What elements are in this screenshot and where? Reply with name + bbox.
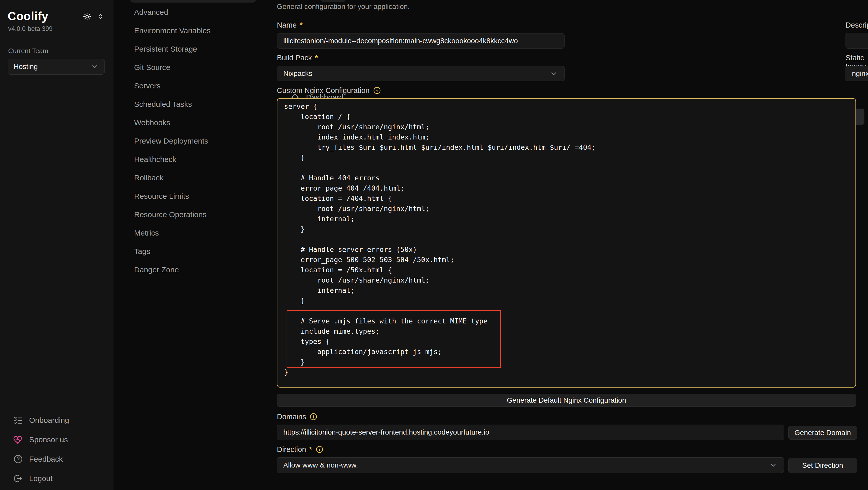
static-image-value: nginx:alpine bbox=[852, 69, 868, 78]
chevron-down-icon bbox=[90, 62, 99, 71]
sidebar: Coolify v4.0.0-beta.399 Current Team Hos… bbox=[0, 0, 114, 490]
settings-nav-environment-variables[interactable]: Environment Variables bbox=[114, 22, 267, 40]
settings-nav-persistent-storage[interactable]: Persistent Storage bbox=[114, 40, 267, 58]
settings-nav-scheduled-tasks[interactable]: Scheduled Tasks bbox=[114, 95, 267, 114]
description-input[interactable] bbox=[845, 33, 868, 49]
settings-nav-preview-deployments[interactable]: Preview Deployments bbox=[114, 132, 267, 150]
settings-nav-tags[interactable]: Tags bbox=[114, 242, 267, 261]
settings-nav-metrics[interactable]: Metrics bbox=[114, 224, 267, 242]
settings-nav-webhooks[interactable]: Webhooks bbox=[114, 114, 267, 132]
logout-icon bbox=[13, 473, 24, 484]
set-direction-button[interactable]: Set Direction bbox=[788, 458, 857, 473]
settings-nav-advanced[interactable]: Advanced bbox=[114, 3, 267, 22]
settings-nav-git-source[interactable]: Git Source bbox=[114, 58, 267, 76]
sidebar-item-label: Logout bbox=[29, 474, 53, 483]
sidebar-item-label: Sponsor us bbox=[29, 435, 68, 444]
nginx-config-code: server { location / { root /usr/share/ng… bbox=[277, 99, 856, 380]
settings-nav-rollback[interactable]: Rollback bbox=[114, 169, 267, 187]
sidebar-footer-nav: Onboarding Sponsor us Feedback Logout bbox=[0, 412, 114, 487]
theme-toggle-sun-icon[interactable] bbox=[82, 12, 92, 22]
required-asterisk: * bbox=[315, 54, 318, 62]
checklist-icon bbox=[13, 415, 24, 426]
current-team-label: Current Team bbox=[8, 47, 48, 55]
settings-nav-resource-limits[interactable]: Resource Limits bbox=[114, 187, 267, 205]
sidebar-item-onboarding[interactable]: Onboarding bbox=[4, 412, 110, 428]
nginx-config-editor[interactable]: server { location / { root /usr/share/ng… bbox=[277, 98, 856, 388]
domains-input[interactable] bbox=[277, 425, 784, 440]
help-circle-icon bbox=[13, 454, 24, 464]
sidebar-item-logout[interactable]: Logout bbox=[4, 470, 110, 487]
heart-handshake-icon bbox=[13, 434, 24, 445]
general-settings-panel: General configuration for your applicati… bbox=[277, 0, 868, 490]
settings-nav-servers[interactable]: Servers bbox=[114, 76, 267, 95]
required-asterisk: * bbox=[300, 21, 303, 29]
info-icon[interactable] bbox=[309, 412, 318, 421]
info-icon[interactable] bbox=[315, 445, 324, 454]
name-label: Name* bbox=[277, 21, 303, 29]
name-input[interactable] bbox=[277, 33, 564, 49]
settings-nav-danger-zone[interactable]: Danger Zone bbox=[114, 261, 267, 279]
info-icon[interactable] bbox=[373, 86, 381, 95]
direction-value: Allow www & non-www. bbox=[283, 461, 769, 469]
coolify-app: Coolify v4.0.0-beta.399 Current Team Hos… bbox=[0, 0, 868, 490]
sidebar-item-sponsor[interactable]: Sponsor us bbox=[4, 431, 110, 448]
top-tab-cutoff bbox=[321, 0, 345, 2]
generate-default-nginx-button[interactable]: Generate Default Nginx Configuration bbox=[277, 394, 856, 407]
build-pack-label: Build Pack* bbox=[277, 54, 318, 62]
sidebar-item-label: Feedback bbox=[29, 455, 63, 463]
build-pack-value: Nixpacks bbox=[283, 69, 550, 78]
app-title: Coolify bbox=[8, 9, 48, 23]
direction-label: Direction* bbox=[277, 445, 324, 454]
settings-nav-resource-operations[interactable]: Resource Operations bbox=[114, 205, 267, 224]
generate-domain-button[interactable]: Generate Domain bbox=[788, 426, 857, 440]
settings-nav: Advanced Environment Variables Persisten… bbox=[114, 0, 267, 490]
build-pack-select[interactable]: Nixpacks bbox=[277, 66, 564, 81]
nginx-config-label: Custom Nginx Configuration bbox=[277, 86, 381, 95]
chevron-down-icon bbox=[769, 461, 778, 469]
domains-label: Domains bbox=[277, 412, 318, 421]
sidebar-item-label: Onboarding bbox=[29, 416, 69, 425]
app-version: v4.0.0-beta.399 bbox=[8, 25, 53, 32]
settings-nav-active-item-cutoff[interactable] bbox=[130, 0, 256, 3]
chevron-down-icon bbox=[550, 69, 558, 78]
required-asterisk: * bbox=[309, 445, 312, 454]
static-image-select[interactable]: nginx:alpine bbox=[845, 66, 868, 81]
settings-nav-healthcheck[interactable]: Healthcheck bbox=[114, 150, 267, 169]
page-subtitle: General configuration for your applicati… bbox=[277, 3, 410, 11]
direction-select[interactable]: Allow www & non-www. bbox=[277, 457, 784, 473]
description-label: Description bbox=[845, 21, 868, 29]
team-select[interactable]: Hosting bbox=[8, 59, 105, 74]
theme-selector-chevrons-icon[interactable] bbox=[97, 13, 104, 21]
sidebar-item-feedback[interactable]: Feedback bbox=[4, 451, 110, 467]
team-select-value: Hosting bbox=[13, 63, 90, 71]
